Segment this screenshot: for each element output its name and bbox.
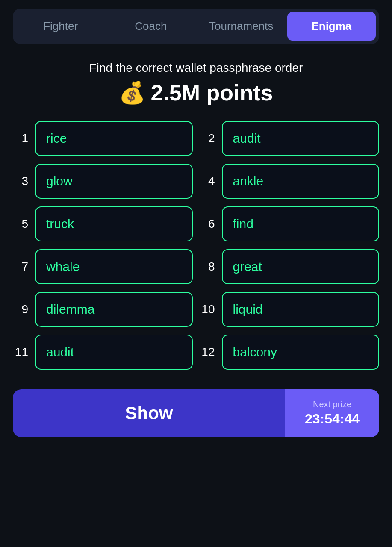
word-box-8[interactable]: great: [222, 249, 380, 284]
word-box-1[interactable]: rice: [35, 121, 193, 156]
word-box-5[interactable]: truck: [35, 206, 193, 241]
bottom-bar: Show Next prize 23:54:44: [13, 389, 379, 437]
next-prize-label: Next prize: [313, 400, 351, 409]
word-row: 11audit12balcony: [13, 335, 379, 370]
word-box-12[interactable]: balcony: [222, 335, 380, 370]
word-number-6: 6: [200, 217, 215, 231]
tab-tournaments[interactable]: Tournaments: [197, 12, 286, 41]
word-box-4[interactable]: ankle: [222, 164, 380, 199]
word-number-3: 3: [13, 174, 28, 188]
coin-icon: 💰: [119, 80, 145, 105]
word-box-7[interactable]: whale: [35, 249, 193, 284]
word-number-12: 12: [200, 345, 215, 359]
word-box-3[interactable]: glow: [35, 164, 193, 199]
word-number-8: 8: [200, 260, 215, 274]
word-row: 9dilemma10liquid: [13, 292, 379, 327]
word-box-11[interactable]: audit: [35, 335, 193, 370]
show-button[interactable]: Show: [13, 389, 285, 437]
next-prize-timer: 23:54:44: [305, 411, 360, 427]
word-box-2[interactable]: audit: [222, 121, 380, 156]
points-display: 2.5M points: [150, 80, 273, 106]
tab-coach[interactable]: Coach: [106, 12, 195, 41]
header-section: Find the correct wallet passphrase order…: [89, 61, 303, 106]
word-row: 1rice2audit: [13, 121, 379, 156]
tab-enigma[interactable]: Enigma: [287, 12, 376, 41]
word-number-1: 1: [13, 132, 28, 145]
word-row: 5truck6find: [13, 206, 379, 241]
word-box-6[interactable]: find: [222, 206, 380, 241]
word-row: 3glow4ankle: [13, 164, 379, 199]
header-subtitle: Find the correct wallet passphrase order: [89, 61, 303, 75]
tab-fighter[interactable]: Fighter: [16, 12, 105, 41]
word-number-2: 2: [200, 132, 215, 145]
word-box-9[interactable]: dilemma: [35, 292, 193, 327]
word-number-10: 10: [200, 303, 215, 316]
next-prize-section: Next prize 23:54:44: [285, 389, 379, 437]
word-number-7: 7: [13, 260, 28, 274]
points-row: 💰 2.5M points: [89, 80, 303, 106]
word-box-10[interactable]: liquid: [222, 292, 380, 327]
word-number-11: 11: [13, 345, 28, 359]
word-grid: 1rice2audit3glow4ankle5truck6find7whale8…: [13, 121, 379, 370]
word-number-9: 9: [13, 303, 28, 316]
word-row: 7whale8great: [13, 249, 379, 284]
word-number-5: 5: [13, 217, 28, 231]
word-number-4: 4: [200, 174, 215, 188]
tab-bar: Fighter Coach Tournaments Enigma: [13, 9, 379, 44]
